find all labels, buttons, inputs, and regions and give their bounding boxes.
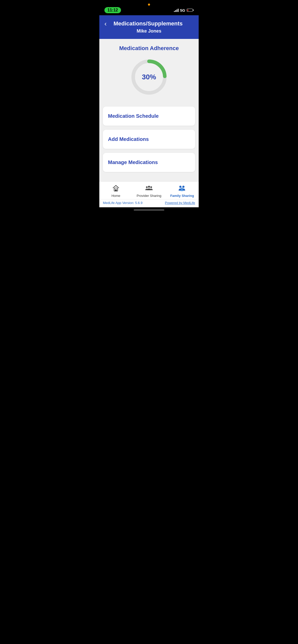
svg-point-2 [146,186,148,188]
phone-frame: 11:12 5G ‹ Medications/Supplements Mike [99,0,199,215]
spacer [99,172,199,177]
svg-point-6 [182,186,185,188]
nav-provider-sharing-label: Provider Sharing [137,194,161,198]
provider-sharing-icon [145,184,153,193]
page-header: ‹ Medications/Supplements Mike Jones [99,16,199,39]
svg-point-3 [148,186,150,188]
menu-cards-section: Medication Schedule Add Medications Mana… [99,107,199,172]
status-time: 11:12 [104,7,121,13]
bottom-nav: Home Provider Sharing [99,181,199,199]
app-footer: MedLife App Version: 5.6.9 Powered by Me… [99,199,199,207]
nav-family-sharing-label: Family Sharing [170,194,194,198]
adherence-title: Medication Adherence [119,45,179,52]
svg-point-4 [150,186,152,188]
home-indicator [99,207,199,215]
page-title: Medications/Supplements [109,20,187,27]
notch-area [99,0,199,4]
back-button[interactable]: ‹ [104,20,107,27]
medication-schedule-card[interactable]: Medication Schedule [103,107,195,126]
family-sharing-icon [178,184,186,193]
main-content: Medication Adherence 30% Medication Sche… [99,39,199,181]
app-version: MedLife App Version: 5.6.9 [103,201,142,205]
manage-medications-label: Manage Medications [108,159,190,165]
network-type: 5G [180,8,185,12]
adherence-percentage: 30% [142,73,156,81]
nav-family-sharing[interactable]: Family Sharing [166,184,199,198]
signal-icon [174,8,179,12]
home-icon [112,184,120,193]
manage-medications-card[interactable]: Manage Medications [103,153,195,172]
battery-icon [187,9,194,12]
svg-point-5 [179,186,182,188]
svg-rect-1 [115,189,117,191]
powered-by[interactable]: Powered by MedLife [165,201,195,205]
home-bar [134,209,164,211]
medication-schedule-label: Medication Schedule [108,113,190,119]
nav-home-label: Home [112,194,120,198]
svg-point-7 [181,188,183,189]
nav-provider-sharing[interactable]: Provider Sharing [132,184,166,198]
adherence-section: Medication Adherence 30% [99,39,199,107]
add-medications-label: Add Medications [108,136,190,142]
adherence-chart: 30% [129,57,169,97]
nav-home[interactable]: Home [99,184,132,198]
add-medications-card[interactable]: Add Medications [103,130,195,149]
header-top-row: ‹ Medications/Supplements [104,20,194,27]
status-icons: 5G [174,8,194,12]
notification-dot [148,4,150,6]
patient-name: Mike Jones [137,28,161,34]
